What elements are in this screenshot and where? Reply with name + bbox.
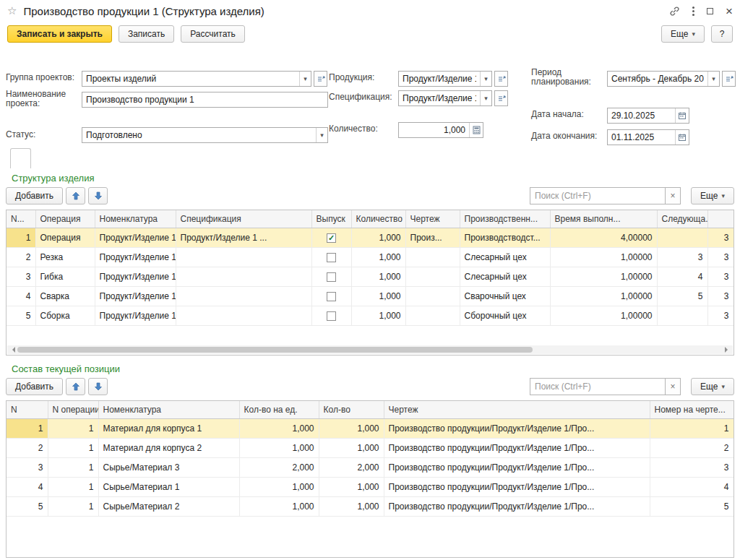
cell-drawing[interactable] bbox=[405, 267, 460, 286]
chevron-down-icon[interactable]: ▾ bbox=[707, 72, 719, 86]
chevron-down-icon[interactable]: ▾ bbox=[299, 72, 311, 86]
cell-operation-n[interactable]: 1 bbox=[48, 457, 98, 477]
form-page-tab[interactable] bbox=[10, 148, 31, 168]
cell-drawing[interactable]: Произ... bbox=[405, 228, 460, 247]
scroll-right-icon[interactable] bbox=[725, 347, 731, 353]
save-button[interactable]: Записать bbox=[119, 25, 174, 43]
start-date-calendar-button[interactable] bbox=[675, 108, 689, 123]
cell-n[interactable]: 4 bbox=[7, 477, 48, 496]
cell-extra[interactable]: 3 bbox=[707, 247, 733, 267]
cell-n[interactable]: 2 bbox=[7, 438, 48, 457]
cell-next-operation[interactable]: 4 bbox=[657, 267, 707, 286]
cell-drawing[interactable] bbox=[405, 286, 460, 306]
composition-table-row[interactable]: 2 1 Материал для корпуса 2 1,000 1,000 П… bbox=[7, 438, 733, 457]
scrollbar-thumb[interactable] bbox=[17, 347, 533, 353]
project-group-input[interactable] bbox=[82, 72, 299, 86]
cell-drawing-number[interactable]: 1 bbox=[650, 418, 733, 438]
cell-operation[interactable]: Гибка bbox=[35, 267, 95, 286]
calculator-button[interactable] bbox=[469, 123, 483, 137]
cell-operation[interactable]: Операция bbox=[35, 228, 95, 247]
restore-window-button[interactable] bbox=[707, 8, 713, 14]
project-name-input[interactable] bbox=[82, 92, 327, 107]
column-header[interactable]: Чертеж bbox=[384, 401, 650, 418]
structure-table-row[interactable]: 2 Резка Продукт/Изделие 1 1,000 Слесарны… bbox=[7, 247, 733, 267]
column-header[interactable]: Выпуск bbox=[311, 210, 351, 228]
cell-nomenclature[interactable]: Материал для корпуса 2 bbox=[98, 438, 239, 457]
cell-n[interactable]: 3 bbox=[7, 457, 48, 477]
cell-exec-time[interactable]: 1,00000 bbox=[550, 267, 657, 286]
specification-input[interactable] bbox=[399, 91, 480, 105]
cell-operation-n[interactable]: 1 bbox=[48, 418, 98, 438]
cell-nomenclature[interactable]: Продукт/Изделие 1 bbox=[95, 247, 176, 267]
structure-table-row[interactable]: 3 Гибка Продукт/Изделие 1 1,000 Слесарны… bbox=[7, 267, 733, 286]
favorite-star-icon[interactable]: ☆ bbox=[7, 4, 17, 17]
cell-quantity[interactable]: 1,000 bbox=[351, 267, 405, 286]
status-input[interactable] bbox=[82, 128, 316, 142]
horizontal-scrollbar[interactable] bbox=[7, 345, 733, 354]
composition-clear-search-button[interactable]: × bbox=[666, 378, 681, 395]
column-header[interactable]: N операции bbox=[48, 401, 98, 418]
cell-operation-n[interactable]: 1 bbox=[48, 477, 98, 496]
column-header[interactable]: Кол-во на ед. bbox=[239, 401, 319, 418]
column-header[interactable]: Производственн... bbox=[460, 210, 550, 228]
structure-search-input[interactable] bbox=[530, 187, 666, 204]
cell-output[interactable] bbox=[311, 306, 351, 325]
calculate-button[interactable]: Рассчитать bbox=[181, 25, 245, 43]
cell-specification[interactable] bbox=[176, 306, 311, 325]
cell-workshop[interactable]: Производстводст... bbox=[460, 228, 550, 247]
column-header[interactable]: Чертеж bbox=[405, 210, 460, 228]
help-button[interactable]: ? bbox=[711, 25, 733, 43]
cell-extra[interactable]: 3 bbox=[707, 286, 733, 306]
output-checkbox[interactable] bbox=[327, 272, 336, 282]
cell-operation-n[interactable]: 1 bbox=[48, 438, 98, 457]
structure-move-up-button[interactable] bbox=[66, 187, 85, 204]
cell-n[interactable]: 3 bbox=[7, 267, 35, 286]
cell-nomenclature[interactable]: Сырье/Материал 1 bbox=[98, 477, 239, 496]
cell-nomenclature[interactable]: Продукт/Изделие 1 bbox=[95, 267, 176, 286]
composition-table-row[interactable]: 5 1 Сырье/Материал 2 1,000 1,000 Произво… bbox=[7, 496, 733, 516]
column-header[interactable]: Номенклатура bbox=[98, 401, 239, 418]
cell-operation[interactable]: Сварка bbox=[35, 286, 95, 306]
column-header[interactable]: Спецификация bbox=[176, 210, 311, 228]
cell-drawing[interactable]: Производство продукции/Продукт/Изделие 1… bbox=[384, 457, 650, 477]
start-date-input[interactable] bbox=[608, 108, 675, 123]
cell-drawing-number[interactable]: 3 bbox=[650, 457, 733, 477]
quantity-input[interactable] bbox=[399, 123, 469, 137]
structure-move-down-button[interactable] bbox=[88, 187, 108, 204]
column-header[interactable] bbox=[707, 210, 733, 228]
cell-specification[interactable] bbox=[176, 267, 311, 286]
save-and-close-button[interactable]: Записать и закрыть bbox=[7, 25, 112, 43]
chevron-down-icon[interactable]: ▾ bbox=[480, 72, 491, 86]
close-button[interactable]: × bbox=[726, 5, 733, 17]
column-header[interactable]: Количество bbox=[351, 210, 405, 228]
cell-n[interactable]: 1 bbox=[7, 228, 35, 247]
cell-drawing[interactable] bbox=[405, 306, 460, 325]
cell-extra[interactable]: 3 bbox=[707, 306, 733, 325]
cell-exec-time[interactable]: 4,00000 bbox=[550, 228, 657, 247]
column-header[interactable]: N bbox=[7, 401, 48, 418]
structure-more-button[interactable]: Еще▾ bbox=[691, 187, 734, 204]
cell-n[interactable]: 1 bbox=[7, 418, 48, 438]
product-input[interactable] bbox=[399, 72, 480, 86]
cell-workshop[interactable]: Сварочный цех bbox=[460, 286, 550, 306]
cell-next-operation[interactable]: 3 bbox=[657, 247, 707, 267]
column-header[interactable]: Номер на черте... bbox=[650, 401, 733, 418]
cell-operation[interactable]: Сборка bbox=[35, 306, 95, 325]
window-menu-button[interactable] bbox=[692, 10, 694, 12]
cell-n[interactable]: 2 bbox=[7, 247, 35, 267]
cell-qty-per-unit[interactable]: 1,000 bbox=[239, 418, 319, 438]
structure-add-button[interactable]: Добавить bbox=[6, 187, 63, 204]
column-header[interactable]: Номенклатура bbox=[95, 210, 176, 228]
cell-qty[interactable]: 2,000 bbox=[319, 457, 384, 477]
cell-extra[interactable]: 3 bbox=[707, 267, 733, 286]
cell-operation-n[interactable]: 1 bbox=[48, 496, 98, 516]
product-choose-button[interactable] bbox=[494, 71, 508, 87]
cell-qty[interactable]: 1,000 bbox=[319, 477, 384, 496]
cell-qty[interactable]: 1,000 bbox=[319, 496, 384, 516]
output-checkbox[interactable] bbox=[327, 311, 336, 321]
cell-quantity[interactable]: 1,000 bbox=[351, 286, 405, 306]
composition-table-row[interactable]: 1 1 Материал для корпуса 1 1,000 1,000 П… bbox=[7, 418, 733, 438]
cell-n[interactable]: 5 bbox=[7, 306, 35, 325]
specification-choose-button[interactable] bbox=[494, 90, 508, 106]
cell-drawing[interactable]: Производство продукции/Продукт/Изделие 1… bbox=[384, 418, 650, 438]
